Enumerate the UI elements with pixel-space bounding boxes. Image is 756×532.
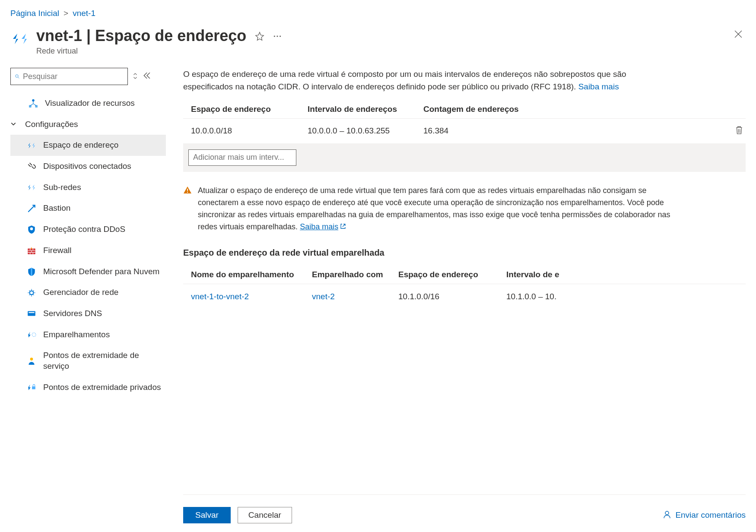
sidebar-item-ddos[interactable]: Proteção contra DDoS	[10, 219, 166, 240]
col-header-space: Espaço de endereço	[183, 104, 300, 114]
breadcrumb-home[interactable]: Página Inicial	[10, 9, 59, 18]
warning-icon	[183, 185, 192, 233]
svg-rect-8	[29, 312, 34, 313]
search-field[interactable]	[23, 72, 123, 81]
svg-point-0	[16, 75, 18, 77]
sort-icon[interactable]	[132, 72, 138, 81]
peer-col-name: Nome do emparelhamento	[183, 270, 304, 279]
cancel-button[interactable]: Cancelar	[238, 507, 292, 523]
svg-point-9	[32, 333, 36, 337]
breadcrumb-separator: >	[64, 9, 68, 18]
sidebar-item-bastion[interactable]: Bastion	[10, 198, 166, 219]
dns-icon	[27, 309, 36, 318]
sidebar-item-address-space[interactable]: Espaço de endereço	[10, 135, 166, 156]
vnet-icon	[10, 29, 29, 48]
plug-icon	[27, 162, 36, 171]
peered-vnet-link[interactable]: vnet-2	[312, 292, 335, 301]
vnet-small-icon	[27, 141, 36, 150]
topology-icon	[29, 98, 38, 108]
peered-table: Nome do emparelhamento Emparelhado com E…	[183, 266, 746, 309]
page-subtitle: Rede virtual	[36, 47, 724, 56]
sidebar-item-peerings[interactable]: Emparelhamentos	[10, 324, 166, 345]
delete-row-icon[interactable]	[725, 126, 746, 136]
sidebar-item-network-manager[interactable]: Gerenciador de rede	[10, 282, 166, 303]
footer-bar: Salvar Cancelar Enviar comentários	[183, 494, 746, 532]
add-address-row	[183, 143, 746, 172]
sidebar-item-dns[interactable]: Servidores DNS	[10, 303, 166, 324]
add-address-input[interactable]	[188, 149, 296, 166]
more-options-icon[interactable]: ⋯	[273, 31, 283, 41]
address-space-table: Espaço de endereço Intervalo de endereço…	[183, 100, 746, 172]
page-title: vnet-1 | Espaço de endereço	[36, 27, 246, 45]
col-header-count: Contagem de endereços	[416, 104, 725, 114]
peered-section-title: Espaço de endereço da rede virtual empar…	[183, 248, 746, 258]
sidebar-section-settings[interactable]: Configurações	[10, 114, 166, 135]
vnet-small-icon	[27, 183, 36, 192]
warning-learn-more-link[interactable]: Saiba mais	[300, 222, 338, 231]
peer-col-with: Emparelhado com	[304, 270, 391, 279]
svg-point-12	[187, 192, 188, 193]
search-input[interactable]	[10, 68, 128, 85]
close-icon[interactable]	[731, 27, 746, 44]
sidebar-item-connected-devices[interactable]: Dispositivos conectados	[10, 156, 166, 177]
defender-icon	[27, 267, 36, 276]
svg-point-1	[32, 99, 35, 102]
favorite-star-icon[interactable]	[255, 27, 264, 45]
svg-point-4	[30, 228, 33, 231]
description-text: O espaço de endereço de uma rede virtual…	[183, 68, 676, 93]
sidebar-item-service-endpoints[interactable]: Pontos de extremidade de serviço	[10, 345, 166, 377]
sidebar-item-private-endpoints[interactable]: Pontos de extremidade privados	[10, 377, 166, 398]
private-endpoint-icon	[27, 383, 36, 392]
svg-rect-11	[32, 386, 35, 390]
external-link-icon	[340, 221, 346, 233]
breadcrumb: Página Inicial > vnet-1	[10, 9, 746, 18]
feedback-link[interactable]: Enviar comentários	[662, 510, 746, 521]
gear-network-icon	[27, 288, 36, 298]
sidebar-item-firewall[interactable]: Firewall	[10, 240, 166, 261]
learn-more-link[interactable]: Saiba mais	[578, 82, 619, 91]
peerings-icon	[27, 330, 36, 339]
peer-row: vnet-1-to-vnet-2 vnet-2 10.1.0.0/16 10.1…	[183, 284, 746, 309]
endpoint-icon	[27, 356, 36, 366]
svg-rect-7	[28, 311, 35, 316]
svg-point-13	[665, 511, 669, 515]
save-button[interactable]: Salvar	[183, 507, 231, 523]
shield-icon	[27, 225, 36, 234]
breadcrumb-current[interactable]: vnet-1	[73, 9, 95, 18]
address-row: 10.0.0.0/18 10.0.0.0 – 10.0.63.255 16.38…	[183, 119, 746, 143]
peering-name-link[interactable]: vnet-1-to-vnet-2	[191, 292, 249, 301]
svg-point-6	[30, 291, 34, 294]
col-header-range: Intervalo de endereços	[300, 104, 416, 114]
peer-col-space: Espaço de endereço	[391, 270, 499, 279]
svg-point-10	[30, 358, 33, 361]
warning-panel: Atualizar o espaço de endereço de uma re…	[183, 185, 676, 233]
peer-col-range: Intervalo de e	[499, 270, 576, 279]
feedback-icon	[662, 510, 672, 521]
collapse-sidebar-icon[interactable]	[143, 72, 150, 82]
bastion-icon	[27, 204, 36, 213]
chevron-down-icon	[10, 120, 18, 129]
firewall-icon	[27, 246, 36, 255]
sidebar-item-subnets[interactable]: Sub-redes	[10, 177, 166, 198]
sidebar-item-defender[interactable]: Microsoft Defender para Nuvem	[10, 261, 166, 282]
sidebar-item-resource-visualizer[interactable]: Visualizador de recursos	[10, 93, 166, 114]
